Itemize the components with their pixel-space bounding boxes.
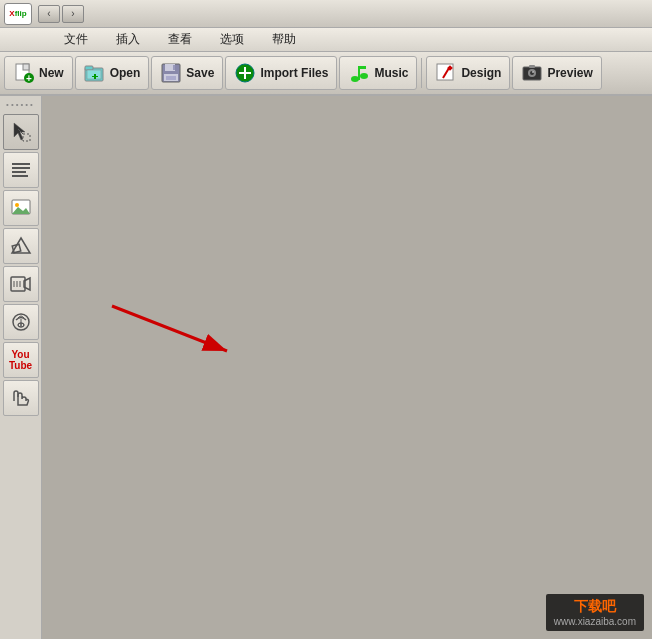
red-arrow-annotation: [92, 276, 252, 376]
svg-rect-11: [173, 65, 175, 70]
music-button[interactable]: Music: [339, 56, 417, 90]
svg-point-37: [15, 203, 19, 207]
svg-rect-1: [23, 64, 29, 70]
import-icon: [234, 62, 256, 84]
menu-view[interactable]: 查看: [164, 29, 196, 50]
svg-rect-32: [12, 163, 30, 165]
svg-rect-16: [239, 72, 251, 74]
svg-rect-8: [94, 74, 96, 79]
import-label: Import Files: [260, 66, 328, 80]
svg-rect-40: [12, 244, 21, 253]
save-label: Save: [186, 66, 214, 80]
svg-rect-33: [12, 167, 30, 169]
new-button[interactable]: + New: [4, 56, 73, 90]
save-button[interactable]: Save: [151, 56, 223, 90]
preview-button[interactable]: Preview: [512, 56, 601, 90]
svg-rect-20: [358, 66, 366, 69]
tool-image[interactable]: [3, 190, 39, 226]
menu-file[interactable]: 文件: [60, 29, 92, 50]
back-button[interactable]: ‹: [38, 5, 60, 23]
tool-video[interactable]: [3, 266, 39, 302]
handle-dots: ••••••: [6, 100, 35, 109]
preview-icon: [521, 62, 543, 84]
menu-options[interactable]: 选项: [216, 29, 248, 50]
open-label: Open: [110, 66, 141, 80]
svg-point-17: [351, 76, 359, 82]
tool-audio[interactable]: [3, 304, 39, 340]
svg-rect-30: [23, 134, 30, 141]
new-label: New: [39, 66, 64, 80]
app-logo: Xflip: [4, 3, 32, 25]
svg-text:+: +: [26, 73, 32, 83]
tool-hand[interactable]: [3, 380, 39, 416]
design-icon: [435, 62, 457, 84]
new-icon: +: [13, 62, 35, 84]
svg-rect-5: [85, 66, 93, 70]
watermark-top: 下载吧: [574, 598, 616, 616]
music-label: Music: [374, 66, 408, 80]
watermark-bottom: www.xiazaiba.com: [554, 616, 636, 627]
title-bar: Xflip ‹ ›: [0, 0, 652, 28]
canvas-area: 下载吧 www.xiazaiba.com: [42, 96, 652, 639]
canvas-inner: 下载吧 www.xiazaiba.com: [42, 96, 652, 639]
svg-rect-13: [166, 76, 176, 80]
menu-insert[interactable]: 插入: [112, 29, 144, 50]
design-label: Design: [461, 66, 501, 80]
forward-button[interactable]: ›: [62, 5, 84, 23]
svg-point-49: [20, 324, 22, 326]
tool-shape[interactable]: [3, 228, 39, 264]
tool-text[interactable]: [3, 152, 39, 188]
svg-point-18: [360, 73, 368, 79]
svg-rect-34: [12, 171, 26, 173]
open-button[interactable]: Open: [75, 56, 150, 90]
import-button[interactable]: Import Files: [225, 56, 337, 90]
preview-label: Preview: [547, 66, 592, 80]
svg-line-52: [112, 306, 227, 351]
tool-youtube[interactable]: You Tube: [3, 342, 39, 378]
save-icon: [160, 62, 182, 84]
toolbar: + New Open Save: [0, 52, 652, 96]
nav-arrows: ‹ ›: [38, 5, 84, 23]
menu-help[interactable]: 帮助: [268, 29, 300, 50]
design-button[interactable]: Design: [426, 56, 510, 90]
music-icon: [348, 62, 370, 84]
toolbar-separator: [421, 58, 422, 88]
sidebar: ••••••: [0, 96, 42, 639]
sidebar-handle: ••••••: [0, 100, 41, 108]
svg-rect-35: [12, 175, 28, 177]
svg-rect-41: [11, 277, 25, 291]
main-area: ••••••: [0, 96, 652, 639]
svg-point-27: [533, 71, 535, 73]
watermark: 下载吧 www.xiazaiba.com: [546, 594, 644, 631]
tool-select[interactable]: [3, 114, 39, 150]
svg-rect-28: [529, 65, 535, 68]
menu-bar: 文件 插入 查看 选项 帮助: [0, 28, 652, 52]
open-icon: [84, 62, 106, 84]
